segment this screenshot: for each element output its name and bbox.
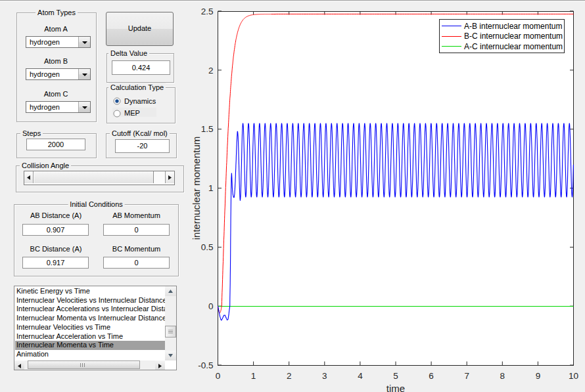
svg-text:0.5: 0.5: [201, 242, 214, 252]
svg-text:2: 2: [287, 371, 292, 381]
svg-text:A-C internuclear momentum: A-C internuclear momentum: [464, 42, 563, 51]
svg-text:7: 7: [464, 371, 469, 381]
svg-text:1: 1: [251, 371, 256, 381]
svg-text:3: 3: [322, 371, 327, 381]
svg-text:1: 1: [208, 183, 214, 193]
svg-text:9: 9: [536, 371, 541, 381]
svg-text:5: 5: [393, 371, 398, 381]
svg-text:0: 0: [208, 301, 214, 311]
svg-text:10: 10: [569, 371, 578, 381]
svg-text:2.5: 2.5: [201, 7, 214, 16]
svg-text:8: 8: [500, 371, 505, 381]
svg-text:6: 6: [429, 371, 434, 381]
svg-text:A-B internuclear momentum: A-B internuclear momentum: [464, 22, 562, 31]
svg-text:0: 0: [216, 371, 221, 381]
svg-text:B-C internuclear momentum: B-C internuclear momentum: [464, 32, 563, 41]
svg-text:internuclear momentum: internuclear momentum: [191, 137, 202, 240]
svg-text:-0.5: -0.5: [198, 360, 213, 370]
svg-text:time: time: [386, 383, 405, 392]
svg-text:2: 2: [208, 66, 214, 76]
svg-text:4: 4: [358, 371, 363, 381]
svg-text:1.5: 1.5: [201, 124, 214, 134]
